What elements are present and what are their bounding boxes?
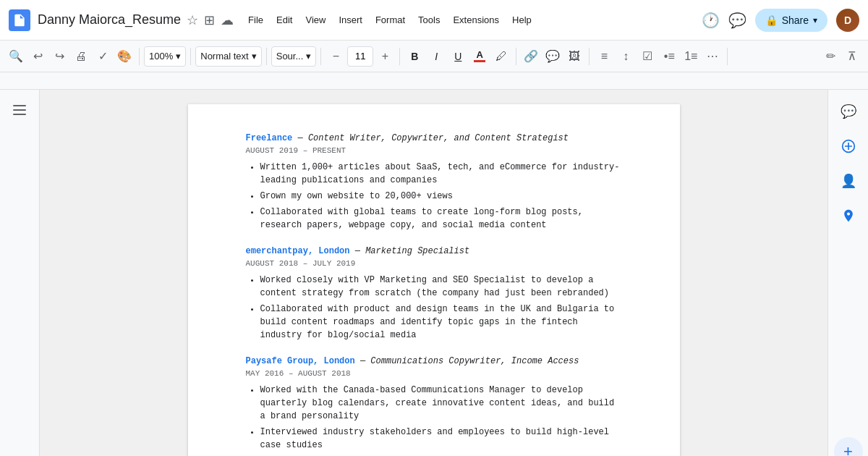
font-size-input[interactable] — [347, 46, 373, 67]
doc-container: Freelance — Content Writer, Copywriter, … — [0, 90, 868, 456]
zoom-dropdown[interactable]: 100% ▾ — [144, 46, 186, 67]
person-icon[interactable]: 👤 — [834, 166, 863, 195]
paysafe-role: Communications Copywriter, Income Access — [370, 356, 579, 366]
list-item: Collaborated with product and design tea… — [260, 303, 622, 342]
doc-page: Freelance — Content Writer, Copywriter, … — [188, 104, 680, 456]
title-bar: Danny Maiorca_Resume ☆ ⊞ ☁ File Edit Vie… — [0, 0, 868, 41]
link-btn[interactable]: 🔗 — [521, 46, 541, 67]
text-style-dropdown[interactable]: Normal text ▾ — [195, 46, 261, 67]
list-item: Collaborated with global teams to create… — [260, 206, 622, 232]
left-sidebar — [0, 90, 40, 456]
italic-btn[interactable]: I — [426, 46, 446, 67]
print-btn[interactable]: 🖨 — [71, 46, 91, 67]
ruler-content — [40, 72, 868, 89]
menu-edit[interactable]: Edit — [271, 12, 298, 28]
search-toolbar-btn[interactable]: 🔍 — [6, 46, 26, 67]
list-item: Worked closely with VP Marketing and SEO… — [260, 274, 622, 300]
share-button[interactable]: 🔒 Share ▾ — [755, 9, 827, 32]
paysafe-date: MAY 2016 – AUGUST 2018 — [246, 369, 622, 378]
history-icon[interactable]: 🕐 — [702, 12, 720, 29]
spellcheck-btn[interactable]: ✓ — [93, 46, 113, 67]
list-item: Written 1,000+ articles about SaaS, tech… — [260, 161, 622, 187]
comments-icon[interactable]: 💬 — [728, 12, 746, 29]
folder-icon[interactable]: ⊞ — [204, 12, 215, 28]
freelance-separator: — — [292, 133, 308, 143]
separator-1 — [139, 48, 140, 65]
list-item: Grown my own website to 20,000+ views — [260, 190, 622, 203]
decrease-font-btn[interactable]: − — [326, 46, 346, 67]
add-icon[interactable]: + — [834, 437, 863, 456]
paysafe-section: Paysafe Group, London — Communications C… — [246, 356, 622, 452]
menu-insert[interactable]: Insert — [333, 12, 368, 28]
right-toolbar: ✏ ⊼ — [820, 46, 862, 67]
list-item: Interviewed industry stakeholders and em… — [260, 426, 622, 452]
freelance-bullets: Written 1,000+ articles about SaaS, tech… — [260, 161, 622, 232]
gemini-icon[interactable] — [834, 132, 863, 161]
font-size-control: − + — [326, 46, 395, 67]
emerchantpay-section: emerchantpay, London — Marketing Special… — [246, 246, 622, 342]
separator-8 — [727, 48, 728, 65]
list-item: Worked with the Canada-based Communicati… — [260, 384, 622, 423]
doc-scroll[interactable]: Freelance — Content Writer, Copywriter, … — [40, 90, 827, 456]
font-family-value: Sour... — [276, 51, 304, 62]
expand-btn[interactable]: ⊼ — [842, 46, 862, 67]
hamburger-menu-icon[interactable] — [8, 98, 31, 122]
comment-btn[interactable]: 💬 — [542, 46, 563, 67]
highlight-btn[interactable]: 🖊 — [491, 46, 511, 67]
zoom-value: 100% — [149, 51, 173, 62]
emerchantpay-title-line: emerchantpay, London — Marketing Special… — [246, 246, 622, 256]
numbered-list-btn[interactable]: 1≡ — [681, 46, 701, 67]
paysafe-company: Paysafe Group, London — [246, 356, 355, 366]
image-btn[interactable]: 🖼 — [564, 46, 584, 67]
app-icon[interactable] — [9, 9, 30, 31]
menu-extensions[interactable]: Extensions — [447, 12, 505, 28]
menu-format[interactable]: Format — [370, 12, 411, 28]
lock-icon: 🔒 — [765, 14, 778, 26]
paysafe-bullets: Worked with the Canada-based Communicati… — [260, 384, 622, 452]
maps-icon[interactable] — [834, 201, 863, 230]
separator-7 — [589, 48, 590, 65]
comments-panel-icon[interactable]: 💬 — [834, 97, 863, 126]
increase-font-btn[interactable]: + — [375, 46, 395, 67]
menu-file[interactable]: File — [242, 12, 269, 28]
emerchantpay-company: emerchantpay, London — [246, 246, 350, 256]
separator-2 — [190, 48, 191, 65]
share-label: Share — [782, 14, 809, 26]
right-panel: 💬 👤 + — [827, 90, 868, 456]
menu-help[interactable]: Help — [506, 12, 537, 28]
menu-tools[interactable]: Tools — [412, 12, 446, 28]
bold-btn[interactable]: B — [404, 46, 425, 67]
font-family-dropdown[interactable]: Sour... ▾ — [271, 46, 317, 67]
separator-5 — [399, 48, 400, 65]
star-icon[interactable]: ☆ — [187, 12, 198, 28]
text-color-btn[interactable]: A — [469, 46, 490, 67]
freelance-title-line: Freelance — Content Writer, Copywriter, … — [246, 133, 622, 143]
avatar[interactable]: D — [836, 9, 859, 32]
indent-btn[interactable]: ⋯ — [702, 46, 723, 67]
checklist-btn[interactable]: ☑ — [637, 46, 658, 67]
title-actions: ☆ ⊞ ☁ — [187, 12, 234, 28]
emerchantpay-separator: — — [350, 246, 366, 256]
freelance-role: Content Writer, Copywriter, and Content … — [308, 133, 569, 143]
font-family-chevron-icon: ▾ — [306, 51, 311, 62]
paysafe-title-line: Paysafe Group, London — Communications C… — [246, 356, 622, 366]
separator-4 — [320, 48, 321, 65]
freelance-company: Freelance — [246, 133, 293, 143]
emerchantpay-role: Marketing Specialist — [365, 246, 469, 256]
separator-3 — [266, 48, 267, 65]
undo-btn[interactable]: ↩ — [27, 46, 48, 67]
line-spacing-btn[interactable]: ↕ — [616, 46, 636, 67]
paysafe-separator: — — [355, 356, 371, 366]
edit-mode-btn[interactable]: ✏ — [820, 46, 841, 67]
doc-title[interactable]: Danny Maiorca_Resume — [38, 12, 181, 28]
redo-btn[interactable]: ↪ — [49, 46, 69, 67]
underline-btn[interactable]: U — [448, 46, 468, 67]
cloud-icon[interactable]: ☁ — [221, 12, 234, 28]
menu-view[interactable]: View — [299, 12, 331, 28]
emerchantpay-bullets: Worked closely with VP Marketing and SEO… — [260, 274, 622, 342]
align-btn[interactable]: ≡ — [594, 46, 614, 67]
text-style-value: Normal text — [200, 51, 248, 62]
paint-format-btn[interactable]: 🎨 — [114, 46, 135, 67]
bullet-list-btn[interactable]: •≡ — [659, 46, 679, 67]
freelance-section: Freelance — Content Writer, Copywriter, … — [246, 133, 622, 232]
